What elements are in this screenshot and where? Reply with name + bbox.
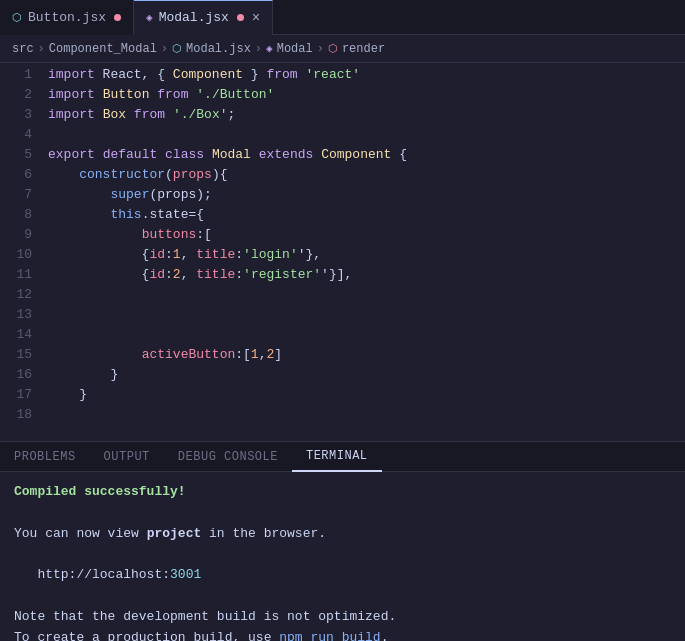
tab-modal-label: Modal.jsx [159, 10, 229, 25]
code-line-18: 18 [0, 407, 685, 427]
project-text: project [147, 526, 202, 541]
token-plain: (props); [149, 187, 211, 202]
token-plain: } [48, 367, 118, 382]
tab-button-label: Button.jsx [28, 10, 106, 25]
panel: PROBLEMS OUTPUT DEBUG CONSOLE TERMINAL C… [0, 441, 685, 641]
token-plain: ] [274, 347, 282, 362]
token-prop: title [196, 267, 235, 282]
code-line-13: 13 [0, 307, 685, 327]
code-line-1: 1import React, { Component } from 'react… [0, 67, 685, 87]
line-number: 6 [0, 167, 48, 182]
token-plain: : [235, 247, 243, 262]
token-plain: .state={ [142, 207, 204, 222]
panel-tab-output[interactable]: OUTPUT [90, 442, 164, 472]
token-plain: ( [165, 167, 173, 182]
breadcrumb-modal: Modal [277, 42, 313, 56]
token-kw2: constructor [79, 167, 165, 182]
token-kw2: super [110, 187, 149, 202]
token-plain: ; [227, 107, 235, 122]
token-plain: : [235, 267, 243, 282]
token-str: 'register' [243, 267, 321, 282]
panel-tab-problems[interactable]: PROBLEMS [0, 442, 90, 472]
token-kw: from [266, 67, 297, 82]
token-plain: , [181, 267, 197, 282]
line-content: export default class Modal extends Compo… [48, 147, 685, 162]
code-line-16: 16 } [0, 367, 685, 387]
token-prop: id [149, 267, 165, 282]
token-prop: title [196, 247, 235, 262]
token-plain [157, 147, 165, 162]
terminal-line-view: You can now view project in the browser. [14, 524, 671, 545]
code-line-5: 5export default class Modal extends Comp… [0, 147, 685, 167]
token-plain [126, 107, 134, 122]
line-content: import Button from './Button' [48, 87, 685, 102]
token-plain [48, 227, 142, 242]
terminal-content: Compiled successfully! You can now view … [0, 472, 685, 641]
token-plain: React, { [95, 67, 173, 82]
line-number: 5 [0, 147, 48, 162]
token-plain [165, 107, 173, 122]
token-plain: :[ [196, 227, 212, 242]
terminal-line-compiled: Compiled successfully! [14, 482, 671, 503]
token-prop: props [173, 167, 212, 182]
panel-tab-terminal[interactable]: TERMINAL [292, 442, 382, 472]
build-end: . [381, 630, 389, 641]
token-kw: import [48, 107, 95, 122]
token-kw: import [48, 67, 95, 82]
token-kw: from [134, 107, 165, 122]
token-num: 2 [173, 267, 181, 282]
token-cls: Modal [212, 147, 251, 162]
line-number: 3 [0, 107, 48, 122]
tab-button-jsx[interactable]: ⬡ Button.jsx [0, 0, 134, 35]
line-number: 12 [0, 287, 48, 302]
line-content: super(props); [48, 187, 685, 202]
breadcrumb-render-icon: ⬡ [328, 42, 338, 55]
line-number: 9 [0, 227, 48, 242]
panel-tab-debug[interactable]: DEBUG CONSOLE [164, 442, 292, 472]
tab-modal-jsx[interactable]: ◈ Modal.jsx × [134, 0, 273, 35]
token-cls: Button [103, 87, 150, 102]
token-plain: , [181, 247, 197, 262]
token-prop: buttons [142, 227, 197, 242]
build-text: To create a production build, use [14, 630, 279, 641]
code-line-8: 8 this.state={ [0, 207, 685, 227]
code-line-3: 3import Box from './Box'; [0, 107, 685, 127]
tab-button-modified-dot [114, 14, 121, 21]
token-plain [95, 147, 103, 162]
code-line-17: 17 } [0, 387, 685, 407]
token-kw: default [103, 147, 158, 162]
line-content: import React, { Component } from 'react' [48, 67, 685, 82]
line-content: activeButton:[1,2] [48, 347, 685, 362]
code-line-9: 9 buttons:[ [0, 227, 685, 247]
token-plain: : [165, 267, 173, 282]
token-plain [95, 87, 103, 102]
browser-text: in the browser. [201, 526, 326, 541]
jsx-icon: ⬡ [12, 11, 22, 24]
code-editor[interactable]: 1import React, { Component } from 'react… [0, 63, 685, 441]
breadcrumb-component-modal: Component_Modal [49, 42, 157, 56]
breadcrumb-jsx-icon: ⬡ [172, 42, 182, 55]
code-line-12: 12 [0, 287, 685, 307]
breadcrumb-sep-2: › [161, 42, 168, 56]
token-num: 1 [173, 247, 181, 262]
token-plain [251, 147, 259, 162]
token-kw: import [48, 87, 95, 102]
tab-bar: ⬡ Button.jsx ◈ Modal.jsx × [0, 0, 685, 35]
line-number: 4 [0, 127, 48, 142]
terminal-line-note: Note that the development build is not o… [14, 607, 671, 628]
compiled-text: Compiled successfully! [14, 484, 186, 499]
token-plain: '}, [298, 247, 321, 262]
tab-modal-modified-dot [237, 14, 244, 21]
line-number: 10 [0, 247, 48, 262]
token-plain [48, 187, 110, 202]
token-cls: Component [321, 147, 391, 162]
token-cls: Box [103, 107, 126, 122]
breadcrumb-sep-4: › [317, 42, 324, 56]
code-line-2: 2import Button from './Button' [0, 87, 685, 107]
tab-close-icon[interactable]: × [252, 11, 260, 25]
line-number: 16 [0, 367, 48, 382]
breadcrumb-modal-icon: ◈ [266, 42, 273, 55]
token-kw: export [48, 147, 95, 162]
token-plain [48, 167, 79, 182]
breadcrumb-sep-3: › [255, 42, 262, 56]
